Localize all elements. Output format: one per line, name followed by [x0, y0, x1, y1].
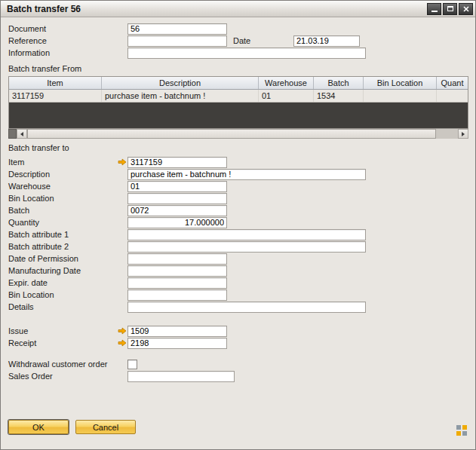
column-header-warehouse[interactable]: Warehouse	[259, 77, 314, 89]
item-label: Item	[8, 158, 118, 167]
date-input[interactable]	[293, 35, 360, 47]
window-controls	[427, 3, 473, 15]
footer: OK Cancel	[8, 420, 136, 434]
batch-attribute1-input[interactable]	[127, 229, 366, 240]
cell-quantity[interactable]	[437, 90, 468, 102]
column-header-description[interactable]: Description	[102, 77, 259, 89]
item-row: Item	[8, 156, 468, 168]
cancel-button[interactable]: Cancel	[75, 420, 136, 434]
ok-button[interactable]: OK	[8, 420, 69, 434]
form-resize-icon[interactable]	[456, 425, 468, 437]
date-of-permission-label: Date of Permission	[8, 254, 127, 263]
bin-location2-label: Bin Location	[8, 290, 127, 299]
issue-label: Issue	[8, 326, 118, 335]
item-input[interactable]	[127, 157, 227, 168]
expir-date-label: Expir. date	[8, 278, 127, 287]
item-link-arrow-icon[interactable]	[118, 158, 127, 166]
batch-transfer-window: Batch transfer 56 Document Reference Dat…	[0, 0, 476, 450]
table-empty-area	[9, 103, 468, 128]
maximize-button[interactable]	[443, 3, 457, 15]
batch-input[interactable]	[127, 205, 227, 216]
description-input[interactable]	[127, 169, 366, 180]
scroll-left-icon	[20, 132, 23, 136]
document-input[interactable]	[127, 23, 227, 35]
information-label: Information	[8, 48, 127, 57]
maximize-icon	[447, 6, 453, 11]
details-label: Details	[8, 302, 127, 311]
column-header-bin-location[interactable]: Bin Location	[364, 77, 437, 89]
reference-row: Reference Date	[8, 35, 468, 47]
issue-input[interactable]	[127, 326, 227, 337]
information-input[interactable]	[127, 47, 366, 59]
issue-row: Issue	[8, 325, 468, 337]
description-label: Description	[8, 170, 127, 179]
document-label: Document	[8, 24, 127, 33]
close-button[interactable]	[459, 3, 473, 15]
batch-attribute2-input[interactable]	[127, 241, 366, 253]
date-label: Date	[233, 36, 293, 45]
column-header-item[interactable]: Item	[9, 77, 102, 89]
quantity-row: Quantity	[8, 216, 468, 228]
cell-description[interactable]: purchase item - batchnum !	[102, 90, 259, 102]
information-row: Information	[8, 47, 468, 59]
bin-location-input[interactable]	[127, 193, 227, 204]
scrollbar-corner	[8, 129, 17, 139]
title-bar[interactable]: Batch transfer 56	[1, 1, 475, 17]
reference-input[interactable]	[127, 35, 227, 47]
resize-square	[462, 431, 467, 436]
cell-batch[interactable]: 1534	[314, 90, 364, 102]
cell-warehouse[interactable]: 01	[259, 90, 314, 102]
batch-attribute1-label: Batch attribute 1	[8, 230, 127, 239]
issue-link-arrow-icon[interactable]	[118, 327, 127, 335]
bin-location2-row: Bin Location	[8, 289, 468, 301]
sales-order-row: Sales Order	[8, 370, 468, 382]
close-icon	[463, 6, 469, 12]
resize-square	[462, 425, 467, 430]
scroll-left-button[interactable]	[17, 129, 27, 139]
scrollbar-track[interactable]	[27, 129, 458, 139]
scroll-right-button[interactable]	[458, 129, 468, 139]
warehouse-label: Warehouse	[8, 182, 127, 191]
cell-bin-location[interactable]	[364, 90, 437, 102]
bin-location-row: Bin Location	[8, 192, 468, 204]
minimize-icon	[431, 11, 438, 12]
date-of-permission-row: Date of Permission	[8, 253, 468, 265]
manufacturing-date-row: Manufacturing Date	[8, 265, 468, 277]
window-title: Batch transfer 56	[7, 4, 427, 14]
batch-attribute2-row: Batch attribute 2	[8, 240, 468, 253]
to-fields: Item Description Warehouse Bin Location …	[8, 156, 468, 382]
quantity-label: Quantity	[8, 218, 127, 227]
reference-label: Reference	[8, 36, 127, 45]
withdrawal-label: Withdrawal customer order	[8, 360, 127, 369]
receipt-row: Receipt	[8, 337, 468, 349]
horizontal-scrollbar	[8, 129, 468, 139]
bin-location2-input[interactable]	[127, 289, 227, 301]
manufacturing-date-input[interactable]	[127, 265, 227, 277]
details-input[interactable]	[127, 302, 366, 313]
warehouse-input[interactable]	[127, 181, 227, 192]
minimize-button[interactable]	[427, 3, 441, 15]
document-row: Document	[8, 23, 468, 35]
expir-date-input[interactable]	[127, 277, 227, 289]
receipt-label: Receipt	[8, 338, 118, 347]
column-header-quantity[interactable]: Quant	[437, 77, 468, 89]
batch-label: Batch	[8, 206, 127, 215]
warehouse-row: Warehouse	[8, 180, 468, 192]
description-row: Description	[8, 168, 468, 180]
scrollbar-thumb[interactable]	[27, 129, 436, 139]
bin-location-label: Bin Location	[8, 194, 127, 203]
column-header-batch[interactable]: Batch	[314, 77, 364, 89]
scroll-right-icon	[462, 132, 465, 136]
date-of-permission-input[interactable]	[127, 253, 227, 265]
quantity-input[interactable]	[127, 217, 227, 228]
batch-attribute2-label: Batch attribute 2	[8, 242, 127, 251]
receipt-link-arrow-icon[interactable]	[118, 339, 127, 347]
sales-order-input[interactable]	[127, 371, 235, 382]
cell-item[interactable]: 3117159	[9, 90, 102, 102]
details-row: Details	[8, 301, 468, 313]
sales-order-label: Sales Order	[8, 372, 127, 381]
receipt-input[interactable]	[127, 338, 227, 349]
table-row[interactable]: 3117159 purchase item - batchnum ! 01 15…	[9, 90, 468, 103]
table-header: Item Description Warehouse Batch Bin Loc…	[9, 77, 468, 90]
withdrawal-checkbox[interactable]	[127, 360, 137, 369]
